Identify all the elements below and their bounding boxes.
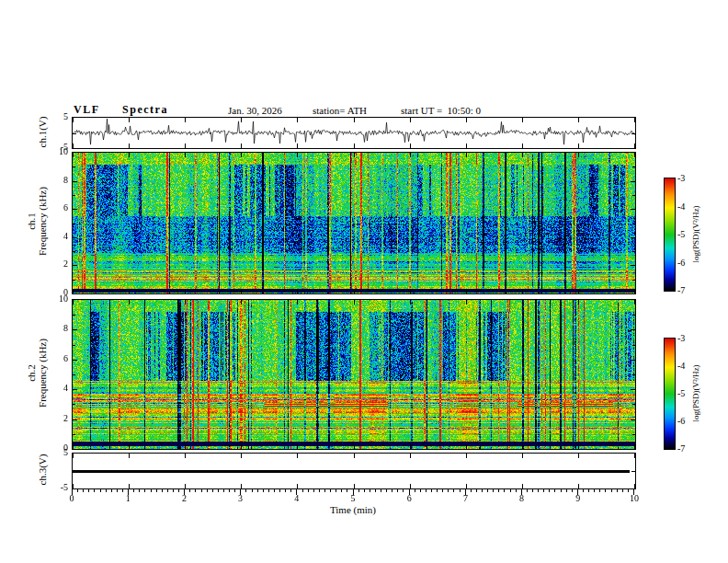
y-tick-label: 5 (44, 111, 68, 122)
colorbar-tick-label: -4 (677, 201, 696, 213)
colorbar-2 (664, 338, 676, 450)
y-tick-label: 4 (44, 231, 68, 242)
ch2-spectrogram-canvas (73, 300, 635, 449)
plot-title: VLF Spectra (74, 103, 168, 117)
x-tick-label: 2 (173, 493, 195, 504)
colorbar-tick-label: -3 (677, 173, 696, 184)
colorbar-tick-label: -7 (677, 285, 696, 296)
ch3-waveform-panel (72, 453, 636, 489)
y-tick-label: 4 (44, 383, 68, 394)
vlf-spectra-figure: VLF Spectra Jan. 30, 2026 station= ATH s… (0, 0, 728, 563)
x-tick-label: 0 (61, 493, 83, 504)
ch1-spectrogram-canvas (73, 153, 635, 293)
ch2-spectrogram-panel (72, 299, 636, 450)
y-tick-label: 6 (44, 202, 68, 213)
x-tick-label: 9 (567, 493, 589, 504)
ch3-waveform-canvas (73, 454, 635, 488)
colorbar-tick-label: -4 (677, 361, 696, 372)
x-tick-label: 4 (286, 493, 308, 504)
y-tick-label: -5 (44, 482, 68, 493)
y-tick-label: 10 (44, 293, 68, 304)
x-tick-label: 6 (398, 493, 420, 504)
colorbar-1 (664, 178, 676, 292)
colorbar-tick-label: -6 (677, 416, 696, 427)
date-label: Jan. 30, 2026 (228, 105, 282, 116)
station-label: station= ATH (313, 105, 367, 116)
colorbar-tick-label: -6 (677, 258, 696, 269)
y-tick-label: 8 (44, 175, 68, 186)
x-tick-label: 7 (454, 493, 476, 504)
x-tick-label: 5 (342, 493, 364, 504)
y-tick-label: 10 (44, 146, 68, 157)
start-ut-label: start UT = 10:50: 0 (401, 105, 481, 116)
y-tick-label: 6 (44, 353, 68, 364)
x-tick-label: 8 (511, 493, 533, 504)
colorbar-tick-label: -3 (677, 333, 696, 344)
y-tick-label: 8 (44, 323, 68, 334)
ch1-spectrogram-panel (72, 152, 636, 294)
colorbar-tick-label: -7 (677, 443, 696, 454)
x-tick-label: 1 (117, 493, 139, 504)
colorbar-tick-label: -5 (677, 388, 696, 399)
y-tick-label: 2 (44, 413, 68, 424)
ch1-waveform-canvas (73, 118, 635, 148)
y-tick-label: 2 (44, 259, 68, 270)
x-tick-label: 10 (623, 493, 645, 504)
x-axis-label: Time (min) (307, 504, 399, 515)
y-tick-label: 0 (44, 442, 68, 454)
x-tick-label: 3 (230, 493, 252, 504)
colorbar-tick-label: -5 (677, 229, 696, 240)
ch1-waveform-panel (72, 117, 636, 149)
